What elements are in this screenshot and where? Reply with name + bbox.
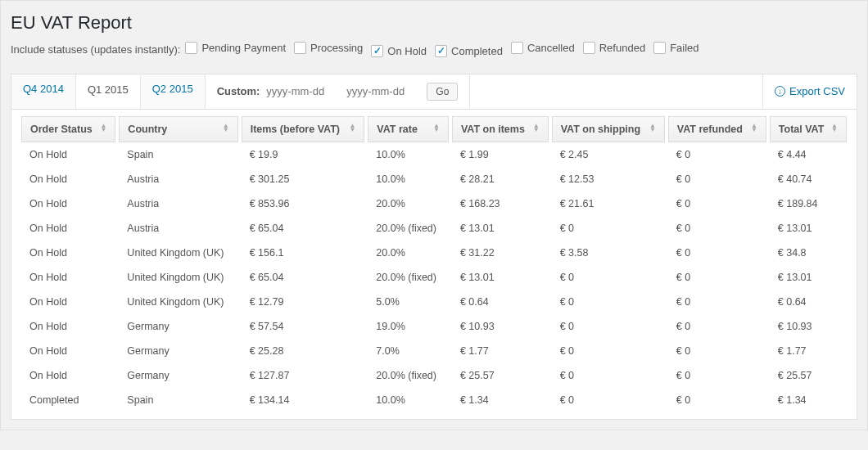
sort-icon: ▲▼ [831, 124, 838, 132]
table-header-row: Order Status▲▼Country▲▼Items (before VAT… [21, 116, 847, 142]
checkbox-icon [371, 45, 383, 57]
table-cell: € 1.34 [770, 388, 847, 412]
sort-icon: ▲▼ [223, 124, 229, 132]
column-header[interactable]: Order Status▲▼ [21, 116, 115, 142]
custom-label: Custom: [217, 85, 260, 97]
tab-q4-2014[interactable]: Q4 2014 [11, 74, 76, 109]
table-cell: € 12.79 [242, 290, 365, 314]
table-cell: € 0 [552, 363, 665, 388]
table-cell: On Hold [21, 314, 115, 339]
table-cell: € 12.53 [552, 167, 665, 191]
status-filter-label: Include statuses (updates instantly): [11, 43, 180, 56]
tab-q1-2015[interactable]: Q1 2015 [76, 75, 141, 109]
table-cell: On Hold [21, 290, 115, 314]
status-filter-row: Include statuses (updates instantly): Pe… [11, 42, 857, 57]
table-cell: € 0.64 [770, 290, 847, 314]
checkbox-label: Cancelled [527, 42, 575, 54]
page-title: EU VAT Report [11, 12, 857, 34]
table-cell: On Hold [21, 339, 115, 363]
column-header[interactable]: Total VAT▲▼ [770, 116, 847, 142]
table-cell: € 25.57 [770, 363, 847, 388]
table-cell: € 0 [552, 290, 665, 314]
table-cell: 20.0% (fixed) [368, 363, 449, 388]
table-cell: € 13.01 [770, 265, 847, 290]
table-cell: € 0 [668, 290, 766, 314]
column-header[interactable]: VAT on shipping▲▼ [552, 116, 665, 142]
table-cell: On Hold [21, 216, 115, 241]
table-cell: United Kingdom (UK) [119, 265, 237, 290]
table-cell: 20.0% (fixed) [368, 265, 449, 290]
column-header-label: Items (before VAT) [251, 124, 340, 135]
table-cell: € 25.28 [242, 339, 365, 363]
table-cell: € 65.04 [242, 216, 365, 241]
table-cell: United Kingdom (UK) [119, 290, 237, 314]
go-button[interactable]: Go [427, 83, 458, 101]
table-cell: € 34.8 [770, 241, 847, 265]
table-cell: € 301.25 [242, 167, 365, 191]
export-csv-button[interactable]: ↓ Export CSV [762, 74, 857, 109]
table-cell: Germany [119, 314, 237, 339]
status-checkbox-pending-payment[interactable]: Pending Payment [185, 42, 286, 54]
table-row: On HoldAustria€ 853.9620.0%€ 168.23€ 21.… [21, 191, 847, 216]
table-cell: € 0 [668, 191, 766, 216]
table-cell: € 10.93 [770, 314, 847, 339]
checkbox-label: Refunded [599, 42, 645, 54]
custom-end-date-input[interactable] [346, 83, 420, 99]
tabs-spacer [470, 74, 762, 109]
report-panel: EU VAT Report Include statuses (updates … [0, 0, 868, 430]
table-cell: € 0 [552, 265, 665, 290]
sort-icon: ▲▼ [100, 124, 106, 132]
table-cell: € 13.01 [452, 216, 549, 241]
table-cell: Austria [119, 167, 237, 191]
status-checkbox-cancelled[interactable]: Cancelled [511, 42, 575, 54]
table-cell: € 0 [668, 363, 766, 388]
table-cell: On Hold [21, 241, 115, 265]
status-checkbox-completed[interactable]: Completed [435, 45, 503, 57]
column-header-label: VAT refunded [677, 124, 743, 135]
table-cell: € 0 [668, 314, 766, 339]
table-cell: Spain [119, 388, 237, 412]
report-table-wrap: Order Status▲▼Country▲▼Items (before VAT… [11, 109, 857, 420]
table-cell: 10.0% [368, 142, 449, 167]
table-cell: On Hold [21, 142, 115, 167]
checkbox-icon [294, 42, 306, 54]
export-csv-label: Export CSV [789, 85, 845, 97]
table-cell: € 21.61 [552, 191, 665, 216]
table-cell: Austria [119, 191, 237, 216]
table-cell: € 65.04 [242, 265, 365, 290]
column-header-label: VAT on items [461, 124, 525, 135]
table-cell: € 2.45 [552, 142, 665, 167]
table-cell: On Hold [21, 363, 115, 388]
table-cell: € 0 [552, 339, 665, 363]
status-checkbox-refunded[interactable]: Refunded [583, 42, 645, 54]
status-checkbox-processing[interactable]: Processing [294, 42, 363, 54]
table-cell: € 28.21 [452, 167, 549, 191]
table-cell: On Hold [21, 265, 115, 290]
table-cell: € 127.87 [242, 363, 365, 388]
table-cell: € 31.22 [452, 241, 549, 265]
table-cell: On Hold [21, 191, 115, 216]
column-header[interactable]: Items (before VAT)▲▼ [242, 116, 365, 142]
sort-icon: ▲▼ [751, 124, 757, 132]
table-cell: € 25.57 [452, 363, 549, 388]
status-checkbox-on-hold[interactable]: On Hold [371, 45, 427, 57]
table-cell: € 0 [668, 216, 766, 241]
table-cell: United Kingdom (UK) [119, 241, 237, 265]
checkbox-label: Failed [670, 42, 698, 54]
column-header[interactable]: VAT rate▲▼ [368, 116, 449, 142]
column-header[interactable]: VAT on items▲▼ [452, 116, 549, 142]
tabs-bar: Q4 2014Q1 2015Q2 2015 Custom: Go ↓ Expor… [11, 74, 857, 109]
column-header[interactable]: Country▲▼ [119, 116, 237, 142]
status-checkbox-failed[interactable]: Failed [653, 42, 698, 54]
column-header[interactable]: VAT refunded▲▼ [668, 116, 766, 142]
table-cell: 20.0% (fixed) [368, 216, 449, 241]
tab-q2-2015[interactable]: Q2 2015 [141, 74, 206, 109]
checkbox-label: Pending Payment [201, 42, 286, 54]
custom-start-date-input[interactable] [266, 83, 340, 99]
table-cell: € 0 [668, 241, 766, 265]
sort-icon: ▲▼ [533, 124, 540, 132]
table-cell: Austria [119, 216, 237, 241]
sort-icon: ▲▼ [349, 124, 355, 132]
table-cell: € 134.14 [242, 388, 365, 412]
table-row: On HoldAustria€ 301.2510.0%€ 28.21€ 12.5… [21, 167, 847, 191]
